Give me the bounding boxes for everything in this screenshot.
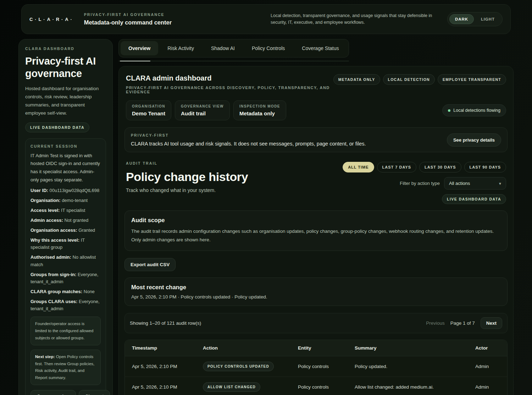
local-detection-badge: LOCAL DETECTION — [383, 74, 435, 85]
sidebar: CLARA DASHBOARD Privacy-first AI governa… — [18, 39, 113, 395]
filter-last-30-days[interactable]: LAST 30 DAYS — [419, 162, 461, 172]
tab-shadow-ai[interactable]: Shadow AI — [203, 41, 243, 55]
see-privacy-details-button[interactable]: See privacy details — [447, 133, 501, 147]
table-row: Apr 5, 2026, 2:10 PM POLICY CONTROLS UPD… — [125, 356, 507, 377]
page-indicator: Page 1 of 7 — [450, 320, 475, 326]
clara-logo: C·L·A·R·A· — [27, 17, 74, 22]
top-header: C·L·A·R·A· PRIVACY-FIRST AI GOVERNANCE M… — [21, 4, 511, 34]
audit-subtitle: Track who changed what in your system. — [126, 187, 248, 193]
dashboard-badges: METADATA ONLY LOCAL DETECTION EMPLOYEE T… — [333, 74, 506, 85]
pagination-bar: Showing 1–20 of 121 audit row(s) Previou… — [124, 313, 508, 333]
tab-bar: Overview Risk Activity Shadow AI Policy … — [118, 39, 349, 57]
audit-table: Timestamp Action Entity Summary Actor Ap… — [124, 340, 508, 395]
action-badge: POLICY CONTROLS UPDATED — [203, 362, 274, 371]
previous-page-button[interactable]: Previous — [426, 320, 445, 326]
audit-title: Policy change history — [126, 170, 248, 184]
session-field-groups-used: Groups CLARA uses: Everyone, tenant_it_a… — [31, 298, 101, 312]
session-field-why-access: Why this access level: IT specialist gro… — [31, 237, 101, 251]
most-recent-change-title: Most recent change — [131, 284, 501, 291]
sidebar-eyebrow: CLARA DASHBOARD — [25, 46, 106, 51]
live-data-badge: LIVE DASHBOARD DATA — [25, 122, 89, 132]
action-type-filter-row: Filter by action type All actions ▼ — [400, 177, 506, 190]
header-eyebrow: PRIVACY-FIRST AI GOVERNANCE — [84, 12, 172, 17]
column-entity: Entity — [291, 340, 348, 356]
filter-all-time[interactable]: ALL TIME — [343, 162, 374, 172]
session-field-org-access: Organisation access: Granted — [31, 227, 101, 234]
filter-last-90-days[interactable]: LAST 90 DAYS — [464, 162, 506, 172]
dashboard-header-text: CLARA admin dashboard PRIVACY-FIRST AI G… — [126, 74, 333, 94]
session-field-authorised-admin: Authorised admin: No allowlist match — [31, 254, 101, 268]
theme-toggle[interactable]: DARK LIGHT — [447, 12, 503, 26]
organisation-chip: ORGANISATION Demo Tenant — [126, 100, 171, 120]
context-chip-row: ORGANISATION Demo Tenant GOVERNANCE VIEW… — [124, 100, 508, 120]
cell-entity: Policy controls — [291, 356, 348, 377]
pager-controls: Previous Page 1 of 7 Next — [426, 317, 502, 329]
sidebar-title: Privacy-first AI governance — [25, 55, 106, 80]
brand-text: PRIVACY-FIRST AI GOVERNANCE Metadata-onl… — [84, 12, 172, 26]
layout: CLARA DASHBOARD Privacy-first AI governa… — [0, 39, 532, 395]
active-tab-indicator — [120, 61, 150, 61]
cell-actor: Admin — [468, 356, 507, 377]
dashboard-subtitle: PRIVACY-FIRST AI GOVERNANCE ACROSS DISCO… — [126, 86, 333, 94]
topbar-right: Local detection, transparent governance,… — [271, 12, 503, 26]
session-field-group-matches: CLARA group matches: None — [31, 288, 101, 295]
tabs-wrap: Overview Risk Activity Shadow AI Policy … — [118, 39, 349, 61]
cell-timestamp: Apr 5, 2026, 2:10 PM — [125, 377, 196, 395]
employee-transparent-badge: EMPLOYEE TRANSPARENT — [438, 74, 506, 85]
metadata-only-badge: METADATA ONLY — [333, 74, 380, 85]
session-field-admin-access: Admin access: Not granted — [31, 217, 101, 224]
theme-dark-button[interactable]: DARK — [449, 14, 474, 24]
brand: C·L·A·R·A· PRIVACY-FIRST AI GOVERNANCE M… — [27, 12, 172, 26]
dashboard-panel: CLARA admin dashboard PRIVACY-FIRST AI G… — [118, 66, 514, 395]
cell-timestamp: Apr 5, 2026, 2:10 PM — [125, 356, 196, 377]
status-dot-icon — [448, 109, 450, 112]
header-description: Local detection, transparent governance,… — [271, 12, 437, 26]
next-page-button[interactable]: Next — [481, 317, 502, 329]
sign-out-button[interactable]: Sign out — [79, 390, 110, 395]
audit-section-header: AUDIT TRAIL Policy change history Track … — [124, 161, 508, 204]
action-type-select[interactable]: All actions ▼ — [444, 177, 506, 190]
session-field-groups-signin: Groups from sign-in: Everyone, tenant_it… — [31, 271, 101, 285]
dashboard-header: CLARA admin dashboard PRIVACY-FIRST AI G… — [124, 72, 508, 94]
session-buttons: Open overview Sign out — [31, 390, 101, 395]
filter-last-7-days[interactable]: LAST 7 DAYS — [377, 162, 416, 172]
tab-overview[interactable]: Overview — [121, 41, 158, 55]
governance-view-chip: GOVERNANCE VIEW Audit trail — [175, 100, 230, 120]
cell-actor: Admin — [468, 377, 507, 395]
sidebar-description: Hosted dashboard for organisation contro… — [25, 85, 106, 117]
audit-filters: ALL TIME LAST 7 DAYS LAST 30 DAYS LAST 9… — [343, 161, 506, 204]
audit-title-block: AUDIT TRAIL Policy change history Track … — [126, 161, 248, 204]
session-field-organisation: Organisation: demo-tenant — [31, 197, 101, 204]
most-recent-change-card: Most recent change Apr 5, 2026, 2:10 PM … — [124, 278, 508, 306]
chevron-down-icon: ▼ — [498, 181, 502, 185]
export-audit-csv-button[interactable]: Export audit CSV — [124, 258, 176, 271]
tab-coverage-status[interactable]: Coverage Status — [294, 41, 347, 55]
column-action: Action — [196, 340, 291, 356]
tab-policy-controls[interactable]: Policy Controls — [244, 41, 293, 55]
action-type-filter-label: Filter by action type — [400, 181, 440, 186]
audit-scope-card: Audit scope The audit trail records admi… — [124, 210, 508, 251]
cell-summary: Policy updated. — [348, 356, 468, 377]
privacy-text-block: PRIVACY-FIRST CLARA tracks AI tool usage… — [131, 133, 366, 147]
session-eyebrow: CURRENT SESSION — [31, 144, 101, 148]
main-column: Overview Risk Activity Shadow AI Policy … — [118, 39, 514, 395]
cell-entity: Policy controls — [291, 377, 348, 395]
open-overview-button[interactable]: Open overview — [31, 390, 76, 395]
theme-light-button[interactable]: LIGHT — [475, 14, 500, 24]
column-summary: Summary — [348, 340, 468, 356]
cell-action: POLICY CONTROLS UPDATED — [196, 356, 291, 377]
action-badge: ALLOW LIST CHANGED — [203, 382, 260, 392]
audit-scope-text: The audit trail records admin configurat… — [131, 227, 501, 245]
table-row: Apr 5, 2026, 2:10 PM ALLOW LIST CHANGED … — [125, 377, 507, 395]
next-step-note: Next step: Open Policy controls first. T… — [31, 350, 101, 385]
privacy-first-card: PRIVACY-FIRST CLARA tracks AI tool usage… — [124, 127, 508, 152]
founder-access-note: Founder/operator access is limited to th… — [31, 317, 101, 345]
tab-risk-activity[interactable]: Risk Activity — [160, 41, 202, 55]
session-field-user-id: User ID: 00u113igw028qdQtL698 — [31, 187, 101, 194]
tab-underline — [118, 61, 349, 61]
time-filter-group: ALL TIME LAST 7 DAYS LAST 30 DAYS LAST 9… — [343, 162, 506, 172]
cell-summary: Allow list changed: added medium.ai. — [348, 377, 468, 395]
audit-scope-title: Audit scope — [131, 217, 501, 224]
privacy-statement: CLARA tracks AI tool usage and risk sign… — [131, 141, 366, 147]
audit-eyebrow: AUDIT TRAIL — [126, 161, 248, 165]
